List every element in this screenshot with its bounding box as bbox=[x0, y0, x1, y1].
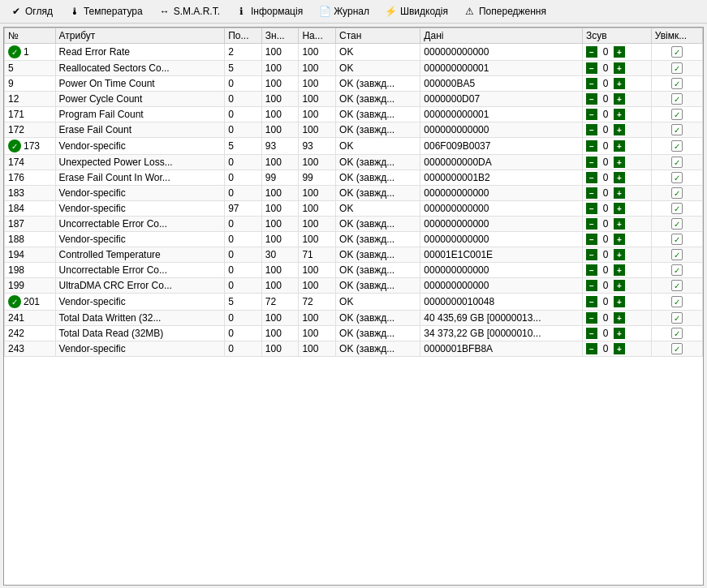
cell-uvik[interactable]: ✓ bbox=[651, 122, 702, 138]
table-row[interactable]: 194Controlled Temperature03071OK (завжд.… bbox=[5, 247, 703, 263]
enable-checkbox[interactable]: ✓ bbox=[671, 78, 683, 89]
enable-checkbox[interactable]: ✓ bbox=[671, 140, 683, 152]
table-row[interactable]: 198Uncorrectable Error Co...0100100OK (з… bbox=[5, 263, 703, 278]
cell-zsv[interactable]: −0+ bbox=[582, 44, 651, 61]
enable-checkbox[interactable]: ✓ bbox=[671, 172, 683, 183]
decrement-button[interactable]: − bbox=[586, 62, 597, 74]
cell-zsv[interactable]: −0+ bbox=[582, 263, 651, 278]
toolbar-btn-smart[interactable]: ↔S.M.A.R.T. bbox=[152, 2, 227, 20]
table-row[interactable]: ✓1Read Error Rate2100100OK000000000000−0… bbox=[5, 44, 703, 61]
enable-checkbox[interactable]: ✓ bbox=[671, 280, 683, 291]
cell-zsv[interactable]: −0+ bbox=[582, 232, 651, 247]
toolbar-btn-warning[interactable]: ⚠Попередження bbox=[457, 2, 554, 20]
cell-uvik[interactable]: ✓ bbox=[651, 247, 702, 263]
decrement-button[interactable]: − bbox=[586, 280, 597, 291]
cell-uvik[interactable]: ✓ bbox=[651, 232, 702, 247]
enable-checkbox[interactable]: ✓ bbox=[671, 124, 683, 135]
cell-uvik[interactable]: ✓ bbox=[651, 341, 702, 357]
increment-button[interactable]: + bbox=[614, 124, 625, 135]
table-row[interactable]: 172Erase Fail Count0100100OK (завжд...00… bbox=[5, 122, 703, 138]
enable-checkbox[interactable]: ✓ bbox=[671, 46, 683, 58]
decrement-button[interactable]: − bbox=[586, 264, 597, 276]
increment-button[interactable]: + bbox=[614, 218, 625, 230]
table-row[interactable]: 184Vendor-specific97100100OK000000000000… bbox=[5, 201, 703, 217]
increment-button[interactable]: + bbox=[614, 249, 625, 260]
cell-zsv[interactable]: −0+ bbox=[582, 294, 651, 311]
cell-uvik[interactable]: ✓ bbox=[651, 138, 702, 155]
table-wrapper[interactable]: №АтрибутПо...Зн...На...СтанДаніЗсувУвімк… bbox=[4, 28, 703, 585]
enable-checkbox[interactable]: ✓ bbox=[671, 343, 683, 354]
toolbar-btn-journal[interactable]: 📄Журнал bbox=[312, 2, 377, 20]
enable-checkbox[interactable]: ✓ bbox=[671, 93, 683, 105]
table-row[interactable]: 183Vendor-specific0100100OK (завжд...000… bbox=[5, 186, 703, 201]
enable-checkbox[interactable]: ✓ bbox=[671, 187, 683, 199]
decrement-button[interactable]: − bbox=[586, 93, 597, 105]
cell-zsv[interactable]: −0+ bbox=[582, 122, 651, 138]
increment-button[interactable]: + bbox=[614, 343, 625, 354]
cell-zsv[interactable]: −0+ bbox=[582, 92, 651, 107]
cell-zsv[interactable]: −0+ bbox=[582, 278, 651, 294]
increment-button[interactable]: + bbox=[614, 203, 625, 214]
cell-uvik[interactable]: ✓ bbox=[651, 155, 702, 170]
table-row[interactable]: 188Vendor-specific0100100OK (завжд...000… bbox=[5, 232, 703, 247]
cell-uvik[interactable]: ✓ bbox=[651, 201, 702, 217]
cell-uvik[interactable]: ✓ bbox=[651, 326, 702, 341]
decrement-button[interactable]: − bbox=[586, 218, 597, 230]
cell-zsv[interactable]: −0+ bbox=[582, 170, 651, 186]
cell-zsv[interactable]: −0+ bbox=[582, 76, 651, 92]
decrement-button[interactable]: − bbox=[586, 328, 597, 339]
decrement-button[interactable]: − bbox=[586, 172, 597, 183]
cell-zsv[interactable]: −0+ bbox=[582, 217, 651, 232]
enable-checkbox[interactable]: ✓ bbox=[671, 249, 683, 260]
decrement-button[interactable]: − bbox=[586, 46, 597, 58]
decrement-button[interactable]: − bbox=[586, 140, 597, 152]
cell-uvik[interactable]: ✓ bbox=[651, 311, 702, 326]
cell-uvik[interactable]: ✓ bbox=[651, 217, 702, 232]
toolbar-btn-quickdrive[interactable]: ⚡Швидкодія bbox=[378, 2, 455, 20]
cell-uvik[interactable]: ✓ bbox=[651, 76, 702, 92]
decrement-button[interactable]: − bbox=[586, 187, 597, 199]
increment-button[interactable]: + bbox=[614, 140, 625, 152]
decrement-button[interactable]: − bbox=[586, 109, 597, 120]
increment-button[interactable]: + bbox=[614, 234, 625, 245]
cell-uvik[interactable]: ✓ bbox=[651, 263, 702, 278]
table-row[interactable]: ✓201Vendor-specific57272OK0000000010048−… bbox=[5, 294, 703, 311]
increment-button[interactable]: + bbox=[614, 62, 625, 74]
decrement-button[interactable]: − bbox=[586, 249, 597, 260]
cell-uvik[interactable]: ✓ bbox=[651, 44, 702, 61]
increment-button[interactable]: + bbox=[614, 78, 625, 89]
table-row[interactable]: 243Vendor-specific0100100OK (завжд...000… bbox=[5, 341, 703, 357]
cell-zsv[interactable]: −0+ bbox=[582, 138, 651, 155]
increment-button[interactable]: + bbox=[614, 296, 625, 307]
enable-checkbox[interactable]: ✓ bbox=[671, 234, 683, 245]
table-row[interactable]: 9Power On Time Count0100100OK (завжд...0… bbox=[5, 76, 703, 92]
enable-checkbox[interactable]: ✓ bbox=[671, 264, 683, 276]
table-row[interactable]: 199UltraDMA CRC Error Co...0100100OK (за… bbox=[5, 278, 703, 294]
toolbar-btn-info[interactable]: ℹІнформація bbox=[229, 2, 310, 20]
cell-zsv[interactable]: −0+ bbox=[582, 326, 651, 341]
enable-checkbox[interactable]: ✓ bbox=[671, 62, 683, 74]
cell-zsv[interactable]: −0+ bbox=[582, 201, 651, 217]
decrement-button[interactable]: − bbox=[586, 296, 597, 307]
cell-zsv[interactable]: −0+ bbox=[582, 186, 651, 201]
table-row[interactable]: 5Reallocated Sectors Co...5100100OK00000… bbox=[5, 61, 703, 76]
enable-checkbox[interactable]: ✓ bbox=[671, 203, 683, 214]
cell-uvik[interactable]: ✓ bbox=[651, 278, 702, 294]
decrement-button[interactable]: − bbox=[586, 124, 597, 135]
increment-button[interactable]: + bbox=[614, 172, 625, 183]
increment-button[interactable]: + bbox=[614, 264, 625, 276]
cell-uvik[interactable]: ✓ bbox=[651, 92, 702, 107]
decrement-button[interactable]: − bbox=[586, 312, 597, 324]
cell-uvik[interactable]: ✓ bbox=[651, 61, 702, 76]
decrement-button[interactable]: − bbox=[586, 157, 597, 168]
cell-zsv[interactable]: −0+ bbox=[582, 341, 651, 357]
table-row[interactable]: 12Power Cycle Count0100100OK (завжд...00… bbox=[5, 92, 703, 107]
cell-zsv[interactable]: −0+ bbox=[582, 61, 651, 76]
table-row[interactable]: 241Total Data Written (32...0100100OK (з… bbox=[5, 311, 703, 326]
cell-uvik[interactable]: ✓ bbox=[651, 170, 702, 186]
cell-uvik[interactable]: ✓ bbox=[651, 294, 702, 311]
table-row[interactable]: ✓173Vendor-specific59393OK006F009B0037−0… bbox=[5, 138, 703, 155]
decrement-button[interactable]: − bbox=[586, 203, 597, 214]
toolbar-btn-temperature[interactable]: 🌡Температура bbox=[62, 2, 150, 20]
cell-zsv[interactable]: −0+ bbox=[582, 247, 651, 263]
